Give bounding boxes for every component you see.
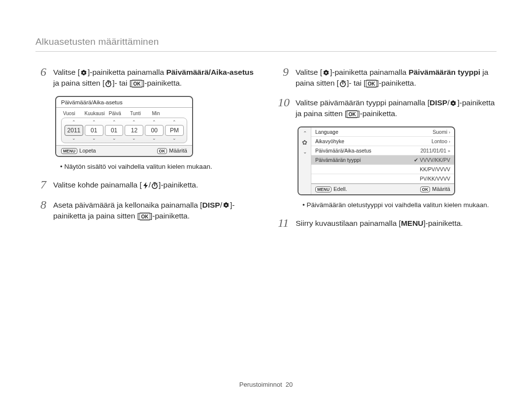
l: Language [315, 129, 338, 135]
l: Aikavyöhyke [315, 138, 344, 144]
ftr-right: OKMääritä [157, 148, 187, 154]
step-text: Aseta päivämäärä ja kellonaika painamall… [53, 198, 254, 222]
right-column: 9 Valitse []-painiketta painamalla Päivä… [278, 65, 497, 236]
lbl [167, 111, 185, 116]
spinner-month[interactable]: ⌃01⌄ [85, 120, 103, 141]
bold: Päivämäärän tyyppi [408, 68, 480, 76]
t: Edell. [333, 186, 347, 192]
gear-icon: ✿ [302, 139, 307, 146]
val: Lontoo [432, 138, 447, 144]
val: Suomi [432, 129, 447, 135]
flower-icon [222, 201, 230, 209]
t: ]-painiketta. [377, 79, 416, 87]
side-tabs: ⌃ ✿ ⌄ [299, 127, 311, 194]
timer-icon [151, 182, 159, 189]
left-column: 6 Valitse []-painiketta painamalla Päivä… [35, 65, 254, 236]
list-item[interactable]: AikavyöhykeLontoo› [311, 137, 454, 146]
spinner-min[interactable]: ⌃00⌄ [145, 120, 164, 141]
footer-label: Perustoiminnot [239, 381, 282, 388]
val: KK/PV/VVVV [420, 166, 450, 172]
spinner-day[interactable]: ⌃01⌄ [105, 120, 124, 141]
chevron-up-icon: ⌃ [125, 120, 143, 124]
val: 2011 [65, 125, 83, 136]
val: PV/KK/VVVV [420, 176, 450, 182]
t: Määritä [432, 186, 450, 192]
step-number: 7 [35, 178, 46, 191]
t: Siirry kuvaustilaan painamalla [ [296, 219, 401, 227]
chevron-down-icon: ⌄ [165, 136, 184, 141]
spinner-hour[interactable]: ⌃12⌄ [125, 120, 143, 141]
step-10: 10 Valitse päivämäärän tyyppi painamalla… [278, 96, 497, 120]
val: VVVV/KK/PV [420, 157, 450, 163]
val: 01 [85, 125, 103, 136]
chevron-down-icon: ⌄ [125, 136, 143, 141]
spinner-ampm[interactable]: ⌃PM⌄ [165, 120, 184, 141]
ok-icon [132, 80, 142, 88]
list-item[interactable]: Päivämäärä/Aika-asetus2011/01/01» [311, 146, 454, 155]
step-number: 9 [278, 65, 289, 89]
chevron-up-icon: ⌃ [303, 130, 307, 136]
disp-label: DISP [202, 201, 220, 209]
ftr-right: OKMääritä [420, 186, 450, 192]
chevron-down-icon: ⌄ [65, 136, 83, 141]
l: Päivämäärän tyyppi [315, 157, 361, 163]
list-sub[interactable]: PV/KK/VVVV [311, 174, 454, 184]
t: ]-painiketta. [159, 181, 198, 189]
t: Valitse [ [296, 68, 322, 76]
val: PM [165, 125, 184, 136]
chevron-right-icon: » [448, 149, 450, 154]
settings-screen: ⌃ ✿ ⌄ LanguageSuomi› AikavyöhykeLontoo› … [298, 126, 455, 195]
val: 2011/01/01 [420, 148, 446, 154]
step-text: Siirry kuvaustilaan painamalla [MENU]-pa… [296, 216, 463, 229]
t: ]-painiketta. [142, 79, 182, 87]
lbl: Päivä [106, 111, 124, 116]
t: Valitse [ [53, 68, 80, 76]
t: ]-painiketta. [150, 212, 190, 220]
t: ]-painiketta painamalla [330, 68, 408, 76]
ok-icon [139, 213, 150, 220]
flower-icon [322, 69, 330, 77]
chevron-right-icon: › [449, 139, 450, 144]
t: ]-painiketta painamalla [88, 68, 166, 76]
page-title: Alkuasetusten määrittäminen [35, 36, 497, 52]
chevron-down-icon: ⌄ [145, 136, 164, 141]
list-sub[interactable]: KK/PV/VVVV [311, 165, 454, 174]
flash-icon [142, 182, 149, 189]
val: 01 [105, 125, 124, 136]
step-number: 11 [278, 216, 289, 229]
lbl: Vuosi [63, 111, 82, 116]
step-text: Valitse []-painiketta painamalla Päivämä… [296, 65, 497, 89]
ok-pill: OK [157, 148, 167, 154]
step-number: 10 [278, 96, 289, 120]
step-number: 6 [35, 65, 46, 89]
bold: Päivämäärä/Aika-asetus [166, 68, 254, 76]
list-item[interactable]: LanguageSuomi› [311, 127, 454, 137]
r: Suomi› [432, 129, 450, 135]
menu-label: MENU [401, 219, 424, 227]
step-text: Valitse []-painiketta painamalla Päivämä… [53, 65, 254, 89]
t: ]-painiketta. [358, 109, 397, 118]
t: ja paina sitten [ [53, 79, 104, 87]
chevron-up-icon: ⌃ [105, 120, 124, 124]
screen-title: Päivämäärä/Aika-asetus [56, 97, 192, 108]
step-11: 11 Siirry kuvaustilaan painamalla [MENU]… [278, 216, 497, 229]
val: 12 [125, 125, 143, 136]
t: Lopeta [79, 148, 96, 154]
spinner-year[interactable]: ⌃2011⌄ [65, 120, 83, 141]
note: Näytön sisältö voi vaihdella valitun kie… [60, 163, 254, 170]
menu-pill: MENU [315, 186, 332, 192]
step-7: 7 Valitse kohde painamalla [/]-painikett… [35, 178, 254, 191]
step-8: 8 Aseta päivämäärä ja kellonaika painama… [35, 198, 254, 222]
t: ]- tai [ [347, 79, 366, 87]
r: Lontoo› [432, 138, 450, 144]
flower-icon [449, 99, 457, 107]
chevron-up-icon: ⌃ [145, 120, 164, 124]
step-text: Valitse kohde painamalla [/]-painiketta. [53, 178, 198, 191]
list-item-selected[interactable]: Päivämäärän tyyppi✔ VVVV/KK/PV [311, 155, 454, 165]
t: ]-painiketta. [424, 219, 463, 227]
t: Valitse kohde painamalla [ [53, 181, 142, 189]
footer-page: 20 [286, 381, 293, 388]
lbl: Tunti [127, 111, 144, 116]
spinners: ⌃2011⌄ ⌃01⌄ ⌃01⌄ ⌃12⌄ ⌃00⌄ ⌃PM⌄ [61, 118, 187, 143]
lbl: Min [147, 111, 165, 116]
